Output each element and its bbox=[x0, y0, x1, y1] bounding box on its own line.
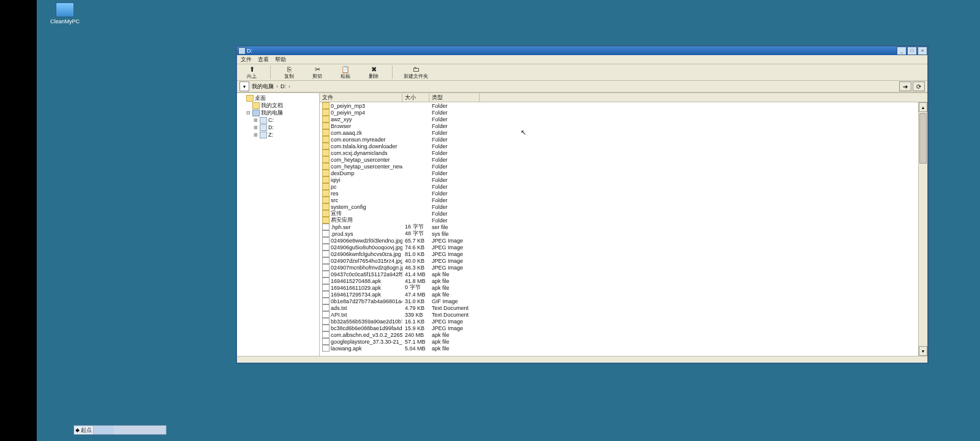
folder-icon bbox=[322, 156, 330, 163]
menu-help[interactable]: 帮助 bbox=[275, 56, 286, 64]
file-type: Folder bbox=[429, 157, 480, 163]
file-name: com_heytap_usercenter bbox=[331, 157, 390, 163]
file-type: apk file bbox=[429, 271, 480, 277]
close-button[interactable]: × bbox=[918, 47, 927, 55]
file-row[interactable]: .prod.sys48 字节sys file bbox=[320, 230, 919, 237]
file-row[interactable]: pcFolder bbox=[320, 183, 919, 190]
file-row[interactable]: com.aaaq.zkFolder bbox=[320, 129, 919, 136]
tree-documents[interactable]: 我的文档 bbox=[238, 102, 318, 109]
history-dropdown[interactable]: ▾ bbox=[239, 81, 249, 91]
folder-icon bbox=[322, 123, 330, 129]
file-row[interactable]: com_heytap_usercenter_newFolder bbox=[320, 163, 919, 170]
file-row[interactable]: BrowserFolder bbox=[320, 123, 919, 129]
file-row[interactable]: 0_peiyin_mp4Folder bbox=[320, 109, 919, 116]
file-row[interactable]: 1694617295734.apk47.4 MBapk file bbox=[320, 291, 919, 298]
paste-button[interactable]: 📋 粘贴 bbox=[336, 66, 355, 80]
delete-button[interactable]: ✖ 删除 bbox=[364, 66, 383, 80]
scroll-thumb[interactable] bbox=[919, 113, 927, 164]
file-row[interactable]: com.eonsun.myreaderFolder bbox=[320, 136, 919, 143]
file-row[interactable]: bb32a556b5359a90ae2d10b7054fa7..16.1 KBJ… bbox=[320, 318, 919, 325]
menu-file[interactable]: 文件 bbox=[241, 56, 252, 64]
toolbar: ⬆ 向上 ⎘ 复制 ✂ 剪切 📋 粘贴 ✖ 删除 🗀 bbox=[237, 64, 927, 81]
file-row[interactable]: 024906kwnfclguhcvs0iza.jpg81.0 KBJPEG Im… bbox=[320, 251, 919, 257]
scroll-track[interactable] bbox=[919, 112, 927, 346]
file-row[interactable]: 09437c0c0ca5f151172a942f56aa84..41.4 MBa… bbox=[320, 271, 919, 277]
breadcrumb-root[interactable]: 我的电脑 bbox=[251, 83, 275, 91]
column-type[interactable]: 类型 bbox=[429, 93, 480, 102]
scroll-down-button[interactable]: ▾ bbox=[919, 346, 927, 356]
file-row[interactable]: com.xcxj.dynamiclandsFolder bbox=[320, 149, 919, 156]
file-row[interactable]: com_heytap_usercenterFolder bbox=[320, 156, 919, 163]
folder-icon bbox=[322, 183, 330, 190]
copy-button[interactable]: ⎘ 复制 bbox=[279, 66, 299, 80]
file-icon bbox=[322, 277, 330, 284]
file-row[interactable]: system_configFolder bbox=[320, 203, 919, 210]
file-size: 40.0 KB bbox=[402, 258, 429, 264]
tree-desktop[interactable]: 桌面 bbox=[238, 94, 318, 102]
file-row[interactable]: 024907dzel7654ho315rz4.jpg40.0 KBJPEG Im… bbox=[320, 257, 919, 264]
refresh-button[interactable]: ⟳ bbox=[913, 81, 925, 91]
file-row[interactable]: 024906gu5io8uh0ooqoovj.jpg74.6 KBJPEG Im… bbox=[320, 244, 919, 251]
column-size[interactable]: 大小 bbox=[402, 93, 429, 102]
tree-computer[interactable]: ⊟我的电脑 bbox=[238, 109, 318, 116]
file-type: apk file bbox=[429, 285, 480, 291]
file-row[interactable]: dexDumpFolder bbox=[320, 170, 919, 176]
file-row[interactable]: com.albschn.ed_v3.0.2_2265.com..240 MBap… bbox=[320, 331, 919, 338]
tree-drive-z[interactable]: ⊞Z: bbox=[238, 131, 318, 138]
newfolder-button[interactable]: 🗀 新建文件夹 bbox=[401, 66, 431, 80]
file-type: sys file bbox=[429, 231, 480, 237]
file-row[interactable]: 1694616611029.apk0 字节apk file bbox=[320, 284, 919, 291]
file-icon bbox=[322, 224, 330, 230]
file-row[interactable]: bc38cd6b6e088bae1d99fa4da39504..15.9 KBJ… bbox=[320, 325, 919, 331]
quicklaunch-area[interactable] bbox=[94, 426, 113, 434]
breadcrumb-drive[interactable]: D: bbox=[279, 83, 287, 89]
file-name: .prod.sys bbox=[331, 231, 353, 237]
taskbar[interactable]: ◆ 起点 bbox=[74, 425, 167, 435]
paste-icon: 📋 bbox=[341, 66, 350, 73]
minimize-button[interactable]: _ bbox=[897, 47, 907, 55]
cut-button[interactable]: ✂ 剪切 bbox=[307, 66, 327, 80]
file-type: Folder bbox=[429, 164, 480, 170]
file-row[interactable]: 宣传Folder bbox=[320, 210, 919, 217]
file-row[interactable]: iqiyiFolder bbox=[320, 176, 919, 183]
tree-drive-c[interactable]: ⊞C: bbox=[238, 116, 318, 124]
column-name[interactable]: 文件 bbox=[320, 93, 402, 102]
file-row[interactable]: 0b1e8a7d27b77ab4a96801a445e63a..31.0 KBG… bbox=[320, 298, 919, 304]
maximize-button[interactable]: □ bbox=[907, 47, 917, 55]
desktop-icon-cleanmypc[interactable]: CleanMyPC bbox=[48, 2, 82, 24]
file-row[interactable]: API.txt339 KBText Document bbox=[320, 311, 919, 318]
vertical-scrollbar[interactable]: ▴ ▾ bbox=[918, 102, 927, 356]
scroll-up-button[interactable]: ▴ bbox=[919, 102, 927, 112]
file-icon bbox=[322, 284, 330, 291]
desktop[interactable]: CleanMyPC D: _ □ × 文件 查看 帮助 ⬆ 向上 ⎘ bbox=[37, 0, 980, 441]
folder-icon bbox=[322, 129, 330, 136]
file-name: 024906e8wwdzl0i3lendno.jpg bbox=[331, 238, 402, 244]
file-size: 81.0 KB bbox=[402, 251, 429, 257]
go-button[interactable]: ➔ bbox=[899, 81, 911, 91]
app-icon bbox=[238, 47, 246, 55]
titlebar[interactable]: D: _ □ × bbox=[237, 47, 927, 55]
menu-view[interactable]: 查看 bbox=[258, 56, 269, 64]
file-row[interactable]: com.tslala.king.downloaderFolder bbox=[320, 143, 919, 149]
start-button[interactable]: ◆ 起点 bbox=[74, 426, 94, 434]
file-type: Folder bbox=[429, 177, 480, 183]
file-name: 1694616611029.apk bbox=[331, 285, 381, 291]
up-button[interactable]: ⬆ 向上 bbox=[242, 66, 262, 80]
tree-drive-d[interactable]: ⊞D: bbox=[238, 124, 318, 131]
folder-tree[interactable]: 桌面 我的文档 ⊟我的电脑 ⊞C: ⊞D: ⊞Z: bbox=[237, 93, 320, 356]
file-row[interactable]: srcFolder bbox=[320, 197, 919, 203]
file-row[interactable]: 024907mcnbhofmvdzq8ogn.jpg46.3 KBJPEG Im… bbox=[320, 264, 919, 271]
file-row[interactable]: googleplaystore_37.3.30-21_cr1..57.1 MBa… bbox=[320, 338, 919, 345]
file-name: com.eonsun.myreader bbox=[331, 137, 386, 143]
file-row[interactable]: ads.txt4.79 KBText Document bbox=[320, 304, 919, 311]
file-type: JPEG Image bbox=[429, 251, 480, 257]
file-row[interactable]: resFolder bbox=[320, 190, 919, 197]
file-icon bbox=[322, 264, 330, 271]
file-name: dexDump bbox=[331, 170, 355, 176]
file-row[interactable]: 024906e8wwdzl0i3lendno.jpg65.7 KBJPEG Im… bbox=[320, 237, 919, 244]
file-size: 31.0 KB bbox=[402, 298, 429, 304]
file-row[interactable]: 0_peiyin_mp3Folder bbox=[320, 102, 919, 109]
file-type: JPEG Image bbox=[429, 238, 480, 244]
file-row[interactable]: awz_xyyFolder bbox=[320, 116, 919, 123]
file-row[interactable]: laowang.apk5.04 MBapk file bbox=[320, 345, 919, 352]
